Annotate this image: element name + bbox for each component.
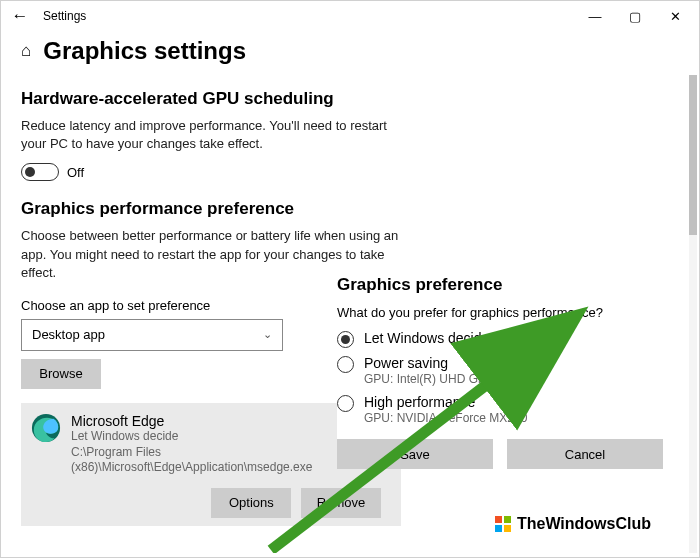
radio-label: Power saving [364,355,540,371]
radio-gpu: GPU: Intel(R) UHD Graphics 630 [364,372,540,386]
maximize-button[interactable]: ▢ [615,2,655,30]
window-titlebar: ← Settings — ▢ ✕ [1,1,699,31]
page-title: Graphics settings [43,37,246,65]
gpu-sched-heading: Hardware-accelerated GPU scheduling [21,89,679,109]
dropdown-value: Desktop app [32,327,105,342]
graphics-preference-popup: Graphics preference What do you prefer f… [337,275,669,469]
watermark-text: TheWindowsClub [517,515,651,533]
chevron-down-icon: ⌄ [263,328,272,341]
radio-high-performance[interactable]: High performance GPU: NVIDIA GeForce MX2… [337,394,669,425]
options-button[interactable]: Options [211,488,291,518]
app-type-dropdown[interactable]: Desktop app ⌄ [21,319,283,351]
radio-icon [337,356,354,373]
home-icon[interactable]: ⌂ [21,41,31,61]
windows-logo-icon [495,516,511,532]
remove-button[interactable]: Remove [301,488,381,518]
radio-icon [337,395,354,412]
radio-label: High performance [364,394,527,410]
content-area: Hardware-accelerated GPU scheduling Redu… [1,75,699,553]
radio-gpu: GPU: NVIDIA GeForce MX230 [364,411,527,425]
radio-power-saving[interactable]: Power saving GPU: Intel(R) UHD Graphics … [337,355,669,386]
perf-pref-heading: Graphics performance preference [21,199,679,219]
window-title: Settings [35,9,575,23]
gpu-sched-toggle-label: Off [67,165,84,180]
popup-question: What do you prefer for graphics performa… [337,305,669,320]
edge-icon [31,413,61,443]
minimize-button[interactable]: — [575,2,615,30]
radio-label: Let Windows decide [364,330,489,346]
page-header: ⌂ Graphics settings [1,31,699,75]
popup-title: Graphics preference [337,275,669,295]
back-button[interactable]: ← [5,6,35,26]
watermark: TheWindowsClub [495,515,651,533]
scrollbar-thumb[interactable] [689,75,697,235]
toggle-knob [25,167,35,177]
browse-button[interactable]: Browse [21,359,101,389]
gpu-sched-toggle[interactable] [21,163,59,181]
radio-let-windows-decide[interactable]: Let Windows decide [337,330,669,347]
close-button[interactable]: ✕ [655,2,695,30]
gpu-sched-desc: Reduce latency and improve performance. … [21,117,401,153]
perf-pref-desc: Choose between better performance or bat… [21,227,401,282]
radio-icon [337,331,354,348]
save-button[interactable]: Save [337,439,493,469]
cancel-button[interactable]: Cancel [507,439,663,469]
